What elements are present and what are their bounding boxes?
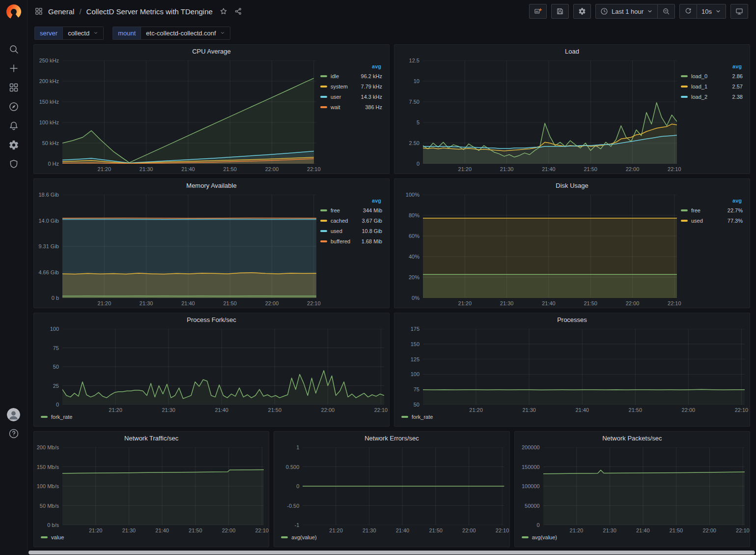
plot-area[interactable] xyxy=(62,60,316,164)
legend-series-name: used xyxy=(331,228,342,234)
plot-area[interactable] xyxy=(423,195,677,298)
user-avatar[interactable] xyxy=(7,408,20,421)
panel-body: 0 b4.66 Gib9.31 Gib14.0 Gib18.6 Gib21:20… xyxy=(34,192,389,308)
x-tick-label: 21:50 xyxy=(223,166,237,172)
panel-title[interactable]: Process Fork/sec xyxy=(187,316,236,323)
legend-item[interactable]: avg(value) xyxy=(281,534,316,540)
legend-item[interactable]: free22.7% xyxy=(681,207,743,213)
x-tick-label: 21:50 xyxy=(429,527,443,533)
x-tick-label: 21:20 xyxy=(109,407,122,413)
y-tick-label: 75 xyxy=(53,345,59,351)
plot-column: 21:2021:3021:4021:5022:0022:10 xyxy=(62,195,316,308)
legend-item[interactable]: load_22.38 xyxy=(681,94,743,100)
time-range-picker[interactable]: Last 1 hour xyxy=(595,4,658,19)
chart-processes xyxy=(423,329,745,405)
plot-area[interactable] xyxy=(62,447,264,525)
x-tick-label: 21:40 xyxy=(181,166,195,172)
legend: avg(value) xyxy=(515,535,750,547)
plot-area[interactable] xyxy=(543,447,745,525)
legend-series-value: 96.2 kHz xyxy=(361,73,382,79)
dashboard-settings-button[interactable] xyxy=(573,4,591,19)
breadcrumb-folder[interactable]: General xyxy=(48,7,74,16)
panel-body: 0 Hz50 kHz100 kHz150 kHz200 kHz250 kHz21… xyxy=(34,58,389,174)
panel-title[interactable]: Network Traffic/sec xyxy=(124,435,178,442)
legend-item[interactable]: cached3.67 Gib xyxy=(320,218,382,224)
legend-item[interactable]: load_12.57 xyxy=(681,84,743,89)
save-dashboard-button[interactable] xyxy=(551,4,569,19)
legend-item[interactable]: free344 Mib xyxy=(320,207,382,213)
legend-item[interactable]: used77.3% xyxy=(681,218,743,224)
refresh-button[interactable] xyxy=(679,4,697,19)
x-tick-label: 22:00 xyxy=(265,166,279,172)
panel-title[interactable]: Network Errors/sec xyxy=(364,435,419,442)
chart-network-traffic-sec xyxy=(62,447,264,525)
panel-title[interactable]: Processes xyxy=(557,316,587,323)
panel-network-errors-sec: Network Errors/sec-1-0.5000.500121:2021:… xyxy=(274,431,509,547)
panel-title[interactable]: Disk Usage xyxy=(556,182,588,189)
x-axis: 21:2021:3021:4021:5022:0022:10 xyxy=(423,164,677,174)
legend-item[interactable]: used10.8 Gib xyxy=(320,228,382,234)
legend-swatch xyxy=(320,106,327,108)
plot-area[interactable] xyxy=(423,60,677,164)
panel-title[interactable]: Network Packets/sec xyxy=(602,435,662,442)
horizontal-scrollbar[interactable] xyxy=(28,551,755,555)
x-tick-label: 21:20 xyxy=(469,407,483,413)
refresh-interval-dropdown[interactable]: 10s xyxy=(697,4,726,19)
panel-header: Network Errors/sec xyxy=(274,432,509,445)
sidebar-item-server-admin[interactable] xyxy=(8,159,19,170)
sidebar-item-create[interactable] xyxy=(8,63,19,74)
dashboard-row: CPU Average0 Hz50 kHz100 kHz150 kHz200 k… xyxy=(33,44,750,174)
series-fill-fork-rate xyxy=(62,371,384,405)
plot-area[interactable] xyxy=(423,329,745,405)
y-tick-label: 9.31 Gib xyxy=(38,243,59,249)
y-tick-label: 60% xyxy=(409,233,420,239)
legend-swatch xyxy=(320,230,327,232)
sidebar-item-search[interactable] xyxy=(8,44,19,55)
sidebar-item-configuration[interactable] xyxy=(8,140,19,150)
panel-header: Processes xyxy=(394,313,750,326)
panel-header: CPU Average xyxy=(34,45,389,58)
panel-title[interactable]: Memory Available xyxy=(186,182,236,189)
legend-item[interactable]: value xyxy=(41,534,64,540)
variable-server-dropdown[interactable]: collectd xyxy=(62,27,103,39)
zoom-out-button[interactable] xyxy=(658,4,675,19)
star-icon[interactable] xyxy=(220,7,227,15)
panel-header: Network Packets/sec xyxy=(515,432,750,445)
grafana-logo[interactable] xyxy=(5,3,22,20)
variable-mount-dropdown[interactable]: etc-collectd-collectd.conf xyxy=(140,27,229,39)
sidebar-item-explore[interactable] xyxy=(8,101,19,112)
cycle-view-button[interactable] xyxy=(730,4,748,19)
sidebar-item-alerting[interactable] xyxy=(8,120,19,131)
sidebar-item-dashboards[interactable] xyxy=(8,82,19,93)
legend-item[interactable]: wait386 Hz xyxy=(320,104,382,110)
breadcrumb-dashboard-title[interactable]: CollectD Server Metrics with TDengine xyxy=(86,7,213,16)
plot-area[interactable] xyxy=(62,195,316,298)
legend-item[interactable]: buffered1.68 Mib xyxy=(320,238,382,244)
x-tick-label: 21:40 xyxy=(215,407,228,413)
help-icon[interactable] xyxy=(8,428,19,439)
x-tick-label: 21:50 xyxy=(223,300,237,306)
plot-area[interactable] xyxy=(62,329,384,405)
x-axis: 21:2021:3021:4021:5022:0022:10 xyxy=(303,525,504,535)
legend-item[interactable]: avg(value) xyxy=(522,534,557,540)
panel-title[interactable]: Load xyxy=(565,48,579,55)
x-axis: 21:2021:3021:4021:5022:0022:10 xyxy=(62,525,264,535)
legend-item[interactable]: fork_rate xyxy=(401,414,433,420)
legend-item[interactable]: fork_rate xyxy=(41,414,72,420)
legend-item[interactable]: idle96.2 kHz xyxy=(320,73,382,79)
share-icon[interactable] xyxy=(234,7,242,15)
y-tick-label: 5 xyxy=(417,119,420,125)
dashboard-row: Memory Available0 b4.66 Gib9.31 Gib14.0 … xyxy=(33,178,750,308)
legend-item[interactable]: load_02.86 xyxy=(681,73,743,79)
add-panel-button[interactable] xyxy=(529,4,547,19)
breadcrumb: General / CollectD Server Metrics with T… xyxy=(34,7,242,16)
panel-header: Process Fork/sec xyxy=(34,313,389,326)
plot-area[interactable] xyxy=(303,447,504,525)
x-tick-label: 22:00 xyxy=(682,407,696,413)
legend-swatch xyxy=(320,209,327,211)
panel-title[interactable]: CPU Average xyxy=(192,48,231,55)
y-tick-label: 25 xyxy=(53,383,59,389)
x-tick-label: 21:20 xyxy=(98,166,112,172)
legend-item[interactable]: system7.79 kHz xyxy=(320,84,382,89)
legend-item[interactable]: user14.3 kHz xyxy=(320,94,382,100)
